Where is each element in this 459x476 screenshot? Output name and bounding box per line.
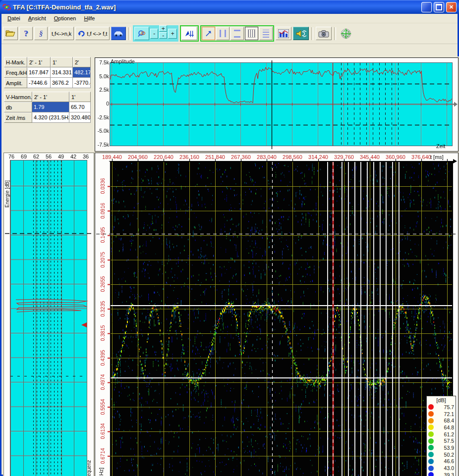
frequency-unit-label: f [kHz] [98,456,104,476]
vertical-harmonics-button[interactable] [245,27,258,40]
table-cell[interactable]: 314.331 [51,67,73,78]
horizontal-cursors-button[interactable] [230,27,244,40]
target-sphere-icon [341,26,351,41]
marker-harmonics-icon [185,29,194,38]
legend-color-swatch [428,438,434,444]
time-tick: 345.440 [357,154,383,160]
table-cell[interactable]: 65.70 [69,102,91,112]
energy-x-axis: 76696256494236 [6,154,91,159]
zoom-in-button[interactable]: + [168,29,177,39]
bar-chart-icon [278,29,289,38]
target-sphere-button[interactable] [339,26,353,41]
table-cell[interactable]: 4.320 (231.5Hz) [32,112,69,123]
minimize-button[interactable] [421,2,432,12]
frequency-tick: 0.1495 [98,223,108,248]
time-tick: 314.240 [305,154,331,160]
spectrogram-plot[interactable] [95,153,458,476]
marker-tables: H-Mark. 2' - 1' 1' 2' Freq./kHz 167.847 … [4,57,93,126]
table-cell[interactable]: 1' [51,57,73,67]
table-cell[interactable]: 2' [73,57,91,67]
energy-x-tick: 42 [68,154,79,159]
zoom-out-button[interactable]: - [150,29,158,39]
energy-x-tick: 49 [56,154,66,159]
legend-value: 64.8 [444,424,454,430]
amplitude-plot[interactable] [95,58,458,151]
frequency-tick: 0.3815 [98,321,108,346]
legend-color-swatch [428,472,434,476]
spectrogram-panel: 189.440204.960220.640236.160251.840267.3… [95,153,459,476]
legend-color-swatch [428,431,434,437]
question-mark-icon: ? [24,29,28,39]
legend-entry: 46.6 [428,458,454,465]
info-button[interactable]: § [34,27,48,40]
legend-color-swatch [428,466,434,471]
menu-item[interactable]: Hilfe [80,15,99,22]
energy-x-tick: 36 [80,154,91,159]
table-cell-selected[interactable]: 1.79 [32,102,69,112]
legend-entry: 57.5 [428,437,454,444]
swap-tf-button[interactable]: t,f <-> f,t [75,27,110,40]
maximize-button[interactable] [434,2,444,12]
frequency-tick: 0.6134 [98,419,108,444]
v-harmon-table: V-Harmon. 2' - 1' 1' db 1.79 65.70 Zeit … [4,92,93,123]
table-cell[interactable]: -3770.4 [73,78,91,88]
time-tick: 360.960 [383,154,408,160]
amplitude-x-label: Zeit [436,143,445,149]
title-bar: TFA [C:\TFA-Demo\ind_tfa_2.wav] ✕ [0,0,459,14]
frequency-tick: 0.2655 [98,272,108,297]
marker-tool-group [180,25,199,42]
menu-item[interactable]: Optionen [50,15,80,22]
amplitude-y-tick: -7.5k [96,142,109,148]
frequency-tick: 0.0336 [98,174,108,199]
table-cell[interactable]: 2' - 1' [27,57,51,67]
legend-value: 46.6 [444,458,454,464]
legend-value: 50.2 [444,452,454,458]
window-title: TFA [C:\TFA-Demo\ind_tfa_2.wav] [13,3,419,11]
open-file-button[interactable] [3,27,18,40]
pointer-mode-button[interactable] [202,27,215,40]
horizontal-harmonics-button[interactable] [259,27,273,40]
table-cell[interactable]: 1' [69,92,91,102]
time-tick: 251.840 [202,154,228,160]
legend-value: 68.4 [444,418,454,423]
amplitude-y-tick: -2.5k [96,114,109,120]
table-cell[interactable]: 167.847 [27,67,51,78]
zoom-lens-button[interactable] [134,27,149,40]
db-legend: [dB] 75.7 72.1 68.4 64.8 [426,396,456,476]
vertical-cursors-button[interactable] [216,27,230,40]
energy-x-tick: 69 [18,154,29,159]
play-sound-button[interactable] [293,27,309,40]
transform-nk-button[interactable]: t,f<->n,k [49,27,74,40]
table-cell[interactable]: 320.480 [69,112,91,123]
snapshot-button[interactable] [316,27,332,40]
table-cell[interactable]: 3676.2 [51,78,73,88]
frequency-tick: 0.3235 [98,297,108,321]
marker-harmonics-button[interactable] [181,27,197,40]
folder-open-icon [5,30,15,37]
analysis-chart-button[interactable] [276,27,291,40]
car-button[interactable] [111,27,126,40]
amplitude-y-tick: 2.5k [96,87,109,93]
menu-bar: DateiAnsichtOptionenHilfe [1,14,458,23]
table-cell[interactable]: -7446.6 [27,78,51,88]
zoom-step-plus-button[interactable]: + [159,25,167,32]
legend-value: 57.5 [444,438,454,444]
table-cell[interactable]: 2' - 1' [32,92,69,102]
table-cell-selected[interactable]: 482.178 [73,67,91,78]
menu-item[interactable]: Ansicht [24,15,50,22]
legend-title: [dB] [428,397,454,404]
swap-tf-label: t,f <-> f,t [87,31,107,37]
magnifier-icon [138,29,146,39]
legend-entry: 75.7 [428,404,454,411]
time-tick: 220.640 [151,154,176,160]
close-button[interactable]: ✕ [446,2,457,12]
toolbar-separator [128,27,130,40]
legend-entry: 72.1 [428,411,454,418]
zoom-step-minus-button[interactable]: - [159,32,167,39]
menu-item[interactable]: Datei [3,15,24,22]
legend-color-swatch [428,418,434,423]
workspace: H-Mark. 2' - 1' 1' 2' Freq./kHz 167.847 … [3,56,459,476]
legend-entries: 75.7 72.1 68.4 64.8 61.2 [428,404,454,476]
help-button[interactable]: ? [19,27,33,40]
energy-plot[interactable] [4,153,94,476]
